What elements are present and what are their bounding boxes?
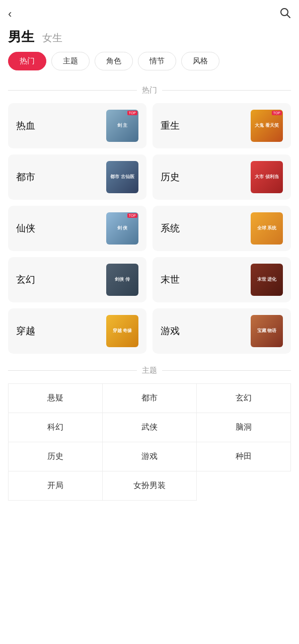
theme-item-game2[interactable]: 游戏 — [102, 442, 197, 471]
section-theme-header: 主题 — [8, 366, 291, 375]
search-icon[interactable] — [279, 7, 291, 22]
back-icon[interactable]: ‹ — [8, 8, 12, 21]
section-theme-title: 主题 — [142, 366, 157, 375]
theme-item-history2[interactable]: 历史 — [8, 442, 103, 471]
genre-label-system: 系统 — [161, 222, 180, 235]
theme-item-xuanhuan2[interactable]: 玄幻 — [196, 383, 291, 413]
filter-pills: 热门主题角色情节风格 — [0, 52, 299, 80]
theme-item-wuxia[interactable]: 武侠 — [102, 413, 197, 442]
genre-card-xuanhuan[interactable]: 玄幻剑侠 传 — [8, 257, 146, 302]
theme-item-mystery[interactable]: 悬疑 — [8, 383, 103, 413]
theme-item-brain[interactable]: 脑洞 — [196, 413, 291, 442]
genre-label-hot-blood: 热血 — [16, 119, 35, 132]
genre-card-urban[interactable]: 都市都市 古仙医 — [8, 154, 146, 200]
theme-line-right — [162, 370, 291, 371]
genre-label-xianxia: 仙侠 — [16, 222, 35, 235]
genre-card-travel[interactable]: 穿越穿越 奇缘 — [8, 308, 146, 354]
filter-pill-theme[interactable]: 主题 — [51, 52, 90, 70]
genre-label-travel: 穿越 — [16, 325, 35, 338]
gender-male[interactable]: 男生 — [8, 28, 34, 46]
genre-card-xianxia[interactable]: 仙侠TOP剑 侠 — [8, 206, 146, 251]
theme-item-crossdress[interactable]: 女扮男装 — [102, 471, 197, 501]
theme-line-left — [8, 370, 137, 371]
theme-item-start[interactable]: 开局 — [8, 471, 103, 501]
theme-item-farm[interactable]: 种田 — [196, 442, 291, 471]
genre-label-apocalypse: 末世 — [161, 273, 180, 286]
svg-line-1 — [287, 15, 290, 18]
genre-card-history[interactable]: 历史大市 侦利当 — [153, 154, 291, 200]
filter-pill-role[interactable]: 角色 — [95, 52, 133, 70]
section-hot-title: 热门 — [142, 86, 157, 95]
genre-card-system[interactable]: 系统全球 系统 — [153, 206, 291, 251]
genre-card-game[interactable]: 游戏宝藏 物语 — [153, 308, 291, 354]
section-line-right — [162, 90, 291, 91]
genre-label-xuanhuan: 玄幻 — [16, 273, 35, 286]
gender-female[interactable]: 女生 — [42, 31, 62, 45]
genre-grid: 热血TOP剑 主重生TOP大鬼 看天笑都市都市 古仙医历史大市 侦利当仙侠TOP… — [0, 103, 299, 354]
section-line-left — [8, 90, 137, 91]
theme-item-scifi[interactable]: 科幻 — [8, 413, 103, 442]
genre-label-history: 历史 — [161, 171, 180, 184]
genre-card-hot-blood[interactable]: 热血TOP剑 主 — [8, 103, 146, 148]
theme-section: 主题 悬疑都市玄幻科幻武侠脑洞历史游戏种田开局女扮男装 — [0, 366, 299, 500]
theme-item-urban2[interactable]: 都市 — [102, 383, 197, 413]
filter-pill-hot[interactable]: 热门 — [8, 52, 46, 70]
genre-card-reborn[interactable]: 重生TOP大鬼 看天笑 — [153, 103, 291, 148]
genre-card-apocalypse[interactable]: 末世末世 进化 — [153, 257, 291, 302]
filter-pill-style[interactable]: 风格 — [181, 52, 219, 70]
genre-label-reborn: 重生 — [161, 119, 180, 132]
header: ‹ — [0, 0, 299, 28]
genre-label-game: 游戏 — [161, 325, 180, 338]
filter-pill-mood[interactable]: 情节 — [138, 52, 176, 70]
theme-grid: 悬疑都市玄幻科幻武侠脑洞历史游戏种田开局女扮男装 — [0, 383, 299, 500]
section-hot-header: 热门 — [8, 86, 291, 95]
gender-tabs: 男生 女生 — [0, 28, 299, 52]
genre-label-urban: 都市 — [16, 171, 35, 184]
